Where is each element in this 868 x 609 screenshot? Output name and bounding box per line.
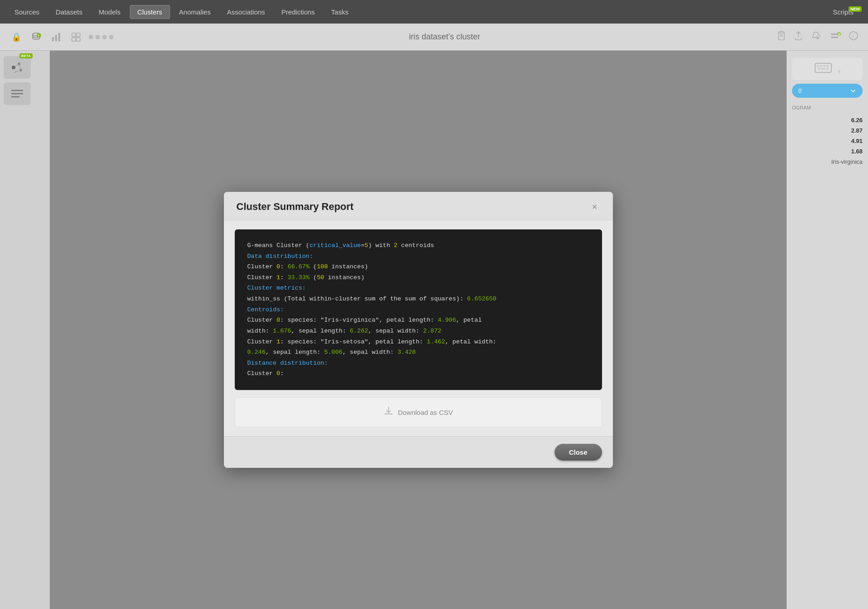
beta-badge: BETA — [19, 53, 33, 58]
svg-rect-9 — [76, 38, 80, 41]
lock-icon[interactable]: 🔒 — [9, 30, 24, 44]
cluster-visualization-btn[interactable]: BETA — [4, 56, 31, 79]
close-button[interactable]: Close — [555, 444, 602, 461]
svg-rect-34 — [826, 65, 829, 67]
download-label: Download as CSV — [398, 409, 453, 416]
panel-toggle-btn[interactable]: 0 — [792, 84, 863, 98]
chart-icon[interactable] — [49, 30, 63, 44]
left-sidebar: BETA — [0, 51, 50, 609]
value-3: 4.91 — [792, 137, 863, 145]
modal-title: Cluster Summary Report — [237, 201, 354, 213]
content-area: BETA Clust — [0, 51, 868, 609]
svg-rect-31 — [817, 65, 819, 67]
value-4: 1.68 — [792, 147, 863, 156]
modal-body: G-means Cluster (critical_value=5) with … — [224, 220, 613, 436]
svg-rect-32 — [820, 65, 822, 67]
svg-rect-11 — [780, 31, 783, 33]
toolbar-title: iris dataset's cluster — [119, 32, 770, 42]
keyboard-icon[interactable]: ? — [792, 58, 863, 80]
download-icon — [384, 406, 394, 419]
nav-models[interactable]: Models — [91, 5, 128, 19]
svg-rect-4 — [55, 35, 57, 41]
value-5: Iris-virginica — [792, 157, 863, 166]
nav-sources[interactable]: Sources — [7, 5, 47, 19]
nav-associations[interactable]: Associations — [220, 5, 272, 19]
new-badge: NEW — [849, 6, 862, 12]
svg-rect-33 — [823, 65, 825, 67]
sidebar-list-btn[interactable] — [4, 82, 31, 105]
svg-rect-37 — [826, 68, 829, 70]
progress-dots — [89, 35, 114, 39]
svg-line-24 — [14, 64, 19, 67]
modal-close-button[interactable]: × — [589, 201, 600, 212]
cloud-download-icon[interactable] — [810, 30, 823, 43]
equals-icon[interactable]: N — [829, 30, 842, 43]
toolbar-right: N i — [776, 30, 859, 43]
clipboard-icon[interactable] — [776, 30, 787, 43]
modal-footer: Close — [224, 436, 613, 468]
download-section[interactable]: Download as CSV — [235, 397, 602, 427]
nav-tasks[interactable]: Tasks — [324, 5, 356, 19]
upload-icon[interactable] — [793, 30, 804, 43]
svg-rect-36 — [821, 68, 825, 70]
info-icon[interactable]: i — [848, 30, 859, 43]
svg-rect-6 — [72, 33, 76, 37]
svg-text:+: + — [38, 34, 40, 37]
database-icon[interactable]: + — [29, 30, 43, 44]
value-1: 6.26 — [792, 116, 863, 124]
ogram-label: OGRAM — [792, 105, 863, 110]
modal-overlay: Cluster Summary Report × G-means Cluster… — [50, 51, 787, 609]
top-navigation: Sources Datasets Models Clusters Anomali… — [0, 0, 868, 24]
svg-text:i: i — [853, 33, 854, 39]
svg-rect-5 — [58, 33, 60, 41]
svg-rect-3 — [52, 37, 54, 41]
svg-rect-35 — [818, 68, 820, 70]
svg-rect-8 — [72, 38, 76, 41]
nav-anomalies[interactable]: Anomalies — [172, 5, 218, 19]
nav-predictions[interactable]: Predictions — [274, 5, 322, 19]
code-block[interactable]: G-means Cluster (critical_value=5) with … — [235, 229, 602, 390]
nav-datasets[interactable]: Datasets — [48, 5, 90, 19]
right-sidebar: ? 0 OGRAM 6.26 2.87 4.91 1.68 Iris-virgi… — [787, 51, 868, 609]
cluster-summary-modal: Cluster Summary Report × G-means Cluster… — [224, 192, 613, 468]
nav-scripts-wrap: NEW Scripts — [825, 5, 861, 19]
main-content: Cluster Summary Report × G-means Cluster… — [50, 51, 787, 609]
panel-value: 0 — [798, 87, 802, 94]
grid-icon[interactable] — [69, 30, 83, 44]
value-2: 2.87 — [792, 126, 863, 135]
svg-rect-7 — [76, 33, 80, 37]
toolbar: 🔒 + iris dataset's cluster — [0, 24, 868, 51]
svg-rect-14 — [831, 33, 838, 35]
svg-rect-15 — [831, 37, 838, 38]
nav-clusters[interactable]: Clusters — [130, 5, 170, 19]
svg-text:N: N — [838, 33, 840, 36]
modal-header: Cluster Summary Report × — [224, 192, 613, 220]
